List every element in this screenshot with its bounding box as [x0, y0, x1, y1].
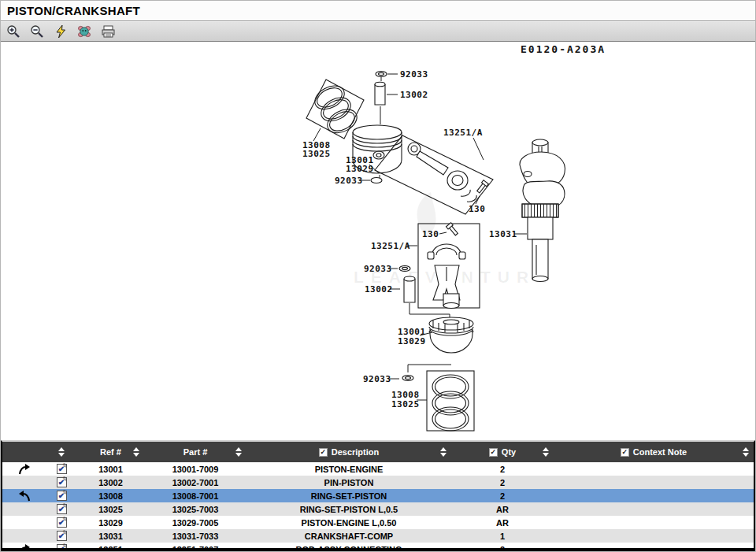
- ref-cell[interactable]: 13001: [77, 465, 144, 474]
- ref-cell[interactable]: 13008: [77, 491, 144, 501]
- clip-art: [376, 72, 387, 77]
- diagram-canvas: LEAFVENTURE E0120-A203A 92033 13002: [1, 42, 756, 440]
- bear-tool-icon: [77, 24, 91, 39]
- rod-box-top: [375, 135, 493, 214]
- table-row[interactable]: ✔✎ 13002 13002-7001 PIN-PISTON 2: [2, 476, 754, 489]
- description-cell[interactable]: PIN-PISTON: [246, 478, 451, 487]
- notes-checklist-icon[interactable]: ✔✎: [57, 504, 67, 514]
- figure-code: E0120-A203A: [521, 43, 606, 55]
- note-pencil-glyph: ✎: [61, 515, 68, 523]
- table-row-selected[interactable]: ✔✎ 13008 13008-7001 RING-SET-PISTON 2: [2, 489, 754, 502]
- header-arrow-col: [2, 442, 46, 462]
- title-bar: PISTON/CRANKSHAFT: [1, 1, 755, 21]
- header-ref-label: Ref #: [100, 447, 121, 457]
- note-pencil-glyph: ✎: [61, 502, 68, 509]
- table-row[interactable]: ✔✎ 13025 13025-7003 RING-SET-PISTON L,0.…: [2, 502, 754, 516]
- note-pencil-glyph: ✎: [61, 488, 68, 496]
- callout-piston-top-b[interactable]: 13029: [346, 164, 374, 174]
- description-cell[interactable]: PISTON-ENGINE: [246, 465, 451, 474]
- part-cell[interactable]: 13025-7003: [144, 505, 246, 514]
- notes-checklist-icon[interactable]: ✔✎: [57, 491, 67, 501]
- bear-tool-button[interactable]: [75, 23, 94, 40]
- sort-toggle[interactable]: [58, 447, 65, 457]
- header-ref[interactable]: Ref #: [77, 442, 144, 462]
- callout-rod-mid[interactable]: 13251/A: [371, 241, 410, 251]
- description-column-checkbox[interactable]: ✓: [319, 448, 328, 457]
- clip-art-4: [402, 376, 413, 381]
- description-cell[interactable]: CRANKSHAFT-COMP: [246, 532, 451, 541]
- qty-cell: 2: [451, 491, 554, 501]
- header-qty-label: Qty: [502, 447, 516, 457]
- description-cell[interactable]: RING-SET-PISTON L,0.5: [246, 505, 451, 514]
- ring-set-art-bottom: [432, 375, 469, 431]
- sort-toggle[interactable]: [543, 447, 549, 457]
- part-cell[interactable]: 13031-7033: [144, 532, 246, 541]
- callout-bolt-top[interactable]: 130: [469, 204, 485, 214]
- pin-art-2: [404, 279, 415, 302]
- callout-bolt-mid[interactable]: 130: [422, 229, 439, 239]
- part-cell[interactable]: 13001-7009: [144, 465, 246, 474]
- crankshaft-art: [520, 139, 565, 282]
- callout-rod-top[interactable]: 13251/A: [443, 128, 483, 138]
- callout-clip-mid[interactable]: 92033: [364, 264, 392, 274]
- header-context-note-label: Context Note: [633, 447, 687, 457]
- table-row[interactable]: ✔✎ 13031 13031-7033 CRANKSHAFT-COMP 1: [2, 529, 754, 543]
- jump-forward-arrow-icon[interactable]: [18, 464, 31, 475]
- exploded-diagram: LEAFVENTURE E0120-A203A 92033 13002: [1, 42, 755, 440]
- zoom-out-button[interactable]: [28, 23, 46, 40]
- callout-pin-top[interactable]: 13002: [400, 90, 428, 100]
- sort-toggle[interactable]: [235, 447, 242, 457]
- table-header: Ref # Part # ✓ Description ✓ Qty ✓ Conte…: [2, 442, 754, 462]
- qty-cell: 1: [451, 532, 554, 541]
- context-note-column-checkbox[interactable]: ✓: [621, 448, 629, 457]
- callout-rings-bot-b[interactable]: 13025: [391, 399, 420, 409]
- qty-column-checkbox[interactable]: ✓: [489, 448, 498, 457]
- page-title: PISTON/CRANKSHAFT: [7, 4, 140, 17]
- header-icon-col: [46, 442, 77, 462]
- description-cell[interactable]: RING-SET-PISTON: [246, 491, 451, 501]
- table-row[interactable]: ✔✎ 13001 13001-7009 PISTON-ENGINE 2: [2, 462, 754, 476]
- description-cell[interactable]: PISTON-ENGINE L,0.50: [246, 518, 451, 528]
- qty-cell: AR: [451, 505, 554, 514]
- ref-cell[interactable]: 13002: [77, 478, 144, 487]
- callout-crankshaft[interactable]: 13031: [489, 229, 517, 239]
- header-description[interactable]: ✓ Description: [246, 442, 451, 462]
- notes-checklist-icon[interactable]: ✔✎: [57, 464, 67, 474]
- ref-cell[interactable]: 13025: [77, 505, 144, 514]
- callout-clip-top[interactable]: 92033: [400, 69, 428, 80]
- callout-rings-top-b[interactable]: 13025: [302, 149, 331, 159]
- sort-toggle[interactable]: [743, 447, 749, 457]
- note-pencil-glyph: ✎: [61, 528, 68, 536]
- table-row[interactable]: ✔✎ 13029 13029-7005 PISTON-ENGINE L,0.50…: [2, 516, 754, 529]
- header-qty[interactable]: ✓ Qty: [451, 442, 554, 462]
- notes-checklist-icon[interactable]: ✔✎: [57, 517, 67, 528]
- part-cell[interactable]: 13008-7001: [144, 491, 246, 501]
- clip-art-3: [399, 266, 410, 272]
- header-context-note[interactable]: ✓ Context Note: [554, 442, 754, 462]
- qty-cell: 2: [451, 465, 554, 474]
- ref-cell[interactable]: 13029: [77, 518, 144, 528]
- sort-toggle[interactable]: [133, 447, 139, 457]
- hotspot-toggle-button[interactable]: [51, 23, 70, 40]
- print-button[interactable]: [98, 23, 117, 40]
- parts-catalog-window: PISTON/CRANKSHAFT: [0, 0, 756, 552]
- notes-checklist-icon[interactable]: ✔✎: [57, 477, 67, 487]
- notes-checklist-icon[interactable]: ✔✎: [57, 531, 67, 541]
- qty-cell: 2: [451, 478, 554, 487]
- callout-clip-bot[interactable]: 92033: [363, 374, 391, 384]
- zoom-in-icon: [6, 24, 20, 39]
- callout-piston-bot-b[interactable]: 13029: [398, 336, 426, 346]
- ref-cell[interactable]: 13031: [77, 532, 144, 541]
- rod-art-top: [408, 143, 488, 202]
- jump-back-arrow-icon[interactable]: [18, 491, 31, 502]
- part-cell[interactable]: 13029-7005: [144, 518, 246, 528]
- ring-set-box-bottom: [427, 371, 474, 431]
- qty-cell: AR: [451, 518, 554, 528]
- note-pencil-glyph: ✎: [61, 475, 68, 483]
- callout-pin-mid[interactable]: 13002: [365, 284, 393, 295]
- sort-toggle[interactable]: [440, 447, 447, 457]
- zoom-in-button[interactable]: [4, 23, 23, 40]
- header-part[interactable]: Part #: [144, 442, 246, 462]
- part-cell[interactable]: 13002-7001: [144, 478, 246, 487]
- callout-clip-under-piston[interactable]: 92033: [335, 176, 363, 186]
